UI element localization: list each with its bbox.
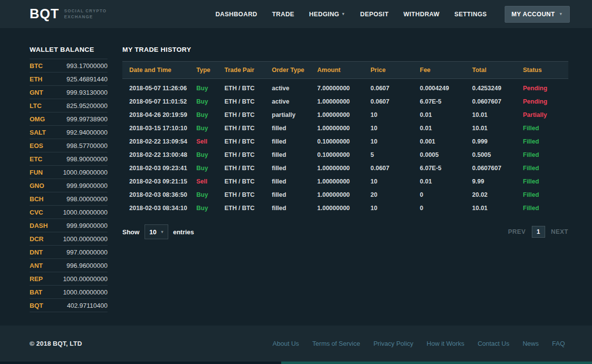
cell-datetime: 2018-05-07 11:26:06 xyxy=(122,79,189,95)
nav-item-label: WITHDRAW xyxy=(404,11,440,18)
logo[interactable]: BQT SOCIAL CRYPTO EXCHANGE xyxy=(30,7,107,21)
wallet-coin: SALT xyxy=(30,129,46,136)
cell-price: 0.0607 xyxy=(364,95,413,108)
wallet-row: OMG 999.99738900 xyxy=(30,112,108,126)
table-column-header[interactable]: Trade Pair xyxy=(218,62,265,79)
cell-fee: 0.001 xyxy=(413,135,465,148)
cell-order-type: filled xyxy=(265,201,310,215)
cell-status: Filled xyxy=(516,161,568,175)
entries-select[interactable]: 10 ▼ xyxy=(145,224,168,239)
nav-item-label: HEDGING xyxy=(309,11,339,18)
chevron-down-icon: ▼ xyxy=(341,12,345,16)
wallet-row: ETC 998.90000000 xyxy=(30,152,108,166)
cell-fee: 6.07E-5 xyxy=(413,161,465,175)
nav-item[interactable]: WITHDRAW xyxy=(404,11,440,18)
cell-datetime: 2018-04-26 20:19:59 xyxy=(122,108,189,121)
cell-status: Filled xyxy=(516,121,568,135)
table-column-header[interactable]: Fee xyxy=(413,62,465,79)
nav-item[interactable]: HEDGING▼ xyxy=(309,11,345,18)
cell-status: Partially xyxy=(516,108,568,121)
footer-link[interactable]: FAQ xyxy=(552,340,565,347)
wallet-amount: 999.99738900 xyxy=(67,115,108,123)
wallet-row: GNT 999.93130000 xyxy=(30,86,108,99)
footer-link[interactable]: Contact Us xyxy=(478,340,509,347)
nav-item[interactable]: TRADE xyxy=(272,11,295,18)
wallet-coin: DCR xyxy=(30,235,43,243)
wallet-amount: 998.90000000 xyxy=(67,155,108,163)
chevron-down-icon: ▼ xyxy=(160,230,164,234)
cell-trade-pair: ETH / BTC xyxy=(218,135,265,148)
wallet-coin: REP xyxy=(30,275,43,283)
cell-datetime: 2018-02-03 08:36:50 xyxy=(122,188,189,201)
trade-history-title: MY TRADE HISTORY xyxy=(122,46,568,53)
cell-trade-pair: ETH / BTC xyxy=(218,79,265,95)
wallet-row: ETH 925.46891440 xyxy=(30,73,108,86)
cell-order-type: filled xyxy=(265,175,310,188)
cell-fee: 0.0004249 xyxy=(413,79,465,95)
next-page-button[interactable]: NEXT xyxy=(551,228,568,235)
nav-item[interactable]: DASHBOARD xyxy=(216,11,258,18)
table-column-header[interactable]: Amount xyxy=(310,62,364,79)
cell-total: 9.99 xyxy=(465,175,516,188)
cell-fee: 0 xyxy=(413,188,465,201)
prev-page-button[interactable]: PREV xyxy=(508,228,526,235)
cell-type: Buy xyxy=(189,148,218,161)
cell-total: 10.01 xyxy=(465,108,516,121)
nav-item-label: DASHBOARD xyxy=(216,11,258,18)
logo-subtitle-line1: SOCIAL CRYPTO xyxy=(64,8,107,13)
cell-status: Filled xyxy=(516,201,568,215)
cell-amount: 1.00000000 xyxy=(310,201,364,215)
wallet-row: DASH 999.99000000 xyxy=(30,219,108,232)
logo-subtitle-line2: EXCHANGE xyxy=(64,14,93,19)
table-row: 2018-02-03 09:23:41 Buy ETH / BTC filled… xyxy=(122,161,568,175)
wallet-row: EOS 998.57700000 xyxy=(30,139,108,152)
nav-item[interactable]: DEPOSIT xyxy=(360,11,389,18)
cell-status: Filled xyxy=(516,175,568,188)
cell-price: 0.0607 xyxy=(364,161,413,175)
wallet-coin: BTC xyxy=(30,62,43,70)
wallet-amount: 402.97110400 xyxy=(67,302,108,309)
cell-order-type: partially xyxy=(265,108,310,121)
table-column-header[interactable]: Total xyxy=(465,62,516,79)
footer-links: About Us Terms of Service Privacy Policy… xyxy=(273,340,565,347)
wallet-row: SALT 992.94000000 xyxy=(30,126,108,139)
table-column-header[interactable]: Type xyxy=(189,62,218,79)
wallet-coin: DASH xyxy=(30,222,48,229)
my-account-button[interactable]: MY ACCOUNT ▼ xyxy=(505,6,570,23)
chevron-down-icon: ▼ xyxy=(559,12,563,16)
cell-fee: 0.01 xyxy=(413,108,465,121)
footer-link[interactable]: About Us xyxy=(273,340,299,347)
wallet-amount: 1000.00000000 xyxy=(63,275,108,283)
footer-link[interactable]: Privacy Policy xyxy=(373,340,413,347)
footer-link[interactable]: How it Works xyxy=(427,340,464,347)
wallet-row: ANT 996.96000000 xyxy=(30,259,108,272)
cell-datetime: 2018-03-15 17:10:10 xyxy=(122,121,189,135)
cell-order-type: filled xyxy=(265,148,310,161)
wallet-row: GNO 999.99000000 xyxy=(30,179,108,192)
table-column-header[interactable]: Date and Time xyxy=(122,62,189,79)
page-number-button[interactable]: 1 xyxy=(532,226,545,238)
footer-link[interactable]: Terms of Service xyxy=(312,340,360,347)
wallet-coin: BCH xyxy=(30,195,43,203)
cell-total: 10.01 xyxy=(465,121,516,135)
wallet-row: REP 1000.00000000 xyxy=(30,272,108,286)
wallet-coin: ETH xyxy=(30,75,42,83)
cell-price: 10 xyxy=(364,121,413,135)
logo-subtitle: SOCIAL CRYPTO EXCHANGE xyxy=(64,8,107,20)
table-column-header[interactable]: Status xyxy=(516,62,568,79)
wallet-amount: 999.99000000 xyxy=(67,182,108,189)
table-column-header[interactable]: Price xyxy=(364,62,413,79)
cell-type: Buy xyxy=(189,95,218,108)
wallet-amount: 925.46891440 xyxy=(67,75,108,83)
cell-trade-pair: ETH / BTC xyxy=(218,108,265,121)
cell-order-type: active xyxy=(265,79,310,95)
cell-amount: 1.00000000 xyxy=(310,175,364,188)
cell-total: 20.02 xyxy=(465,188,516,201)
cell-datetime: 2018-02-03 09:23:41 xyxy=(122,161,189,175)
nav-item[interactable]: SETTINGS xyxy=(454,11,487,18)
cell-fee: 0.0005 xyxy=(413,148,465,161)
cell-type: Buy xyxy=(189,201,218,215)
wallet-coin: FUN xyxy=(30,169,43,176)
table-column-header[interactable]: Order Type xyxy=(265,62,310,79)
footer-link[interactable]: News xyxy=(522,340,539,347)
